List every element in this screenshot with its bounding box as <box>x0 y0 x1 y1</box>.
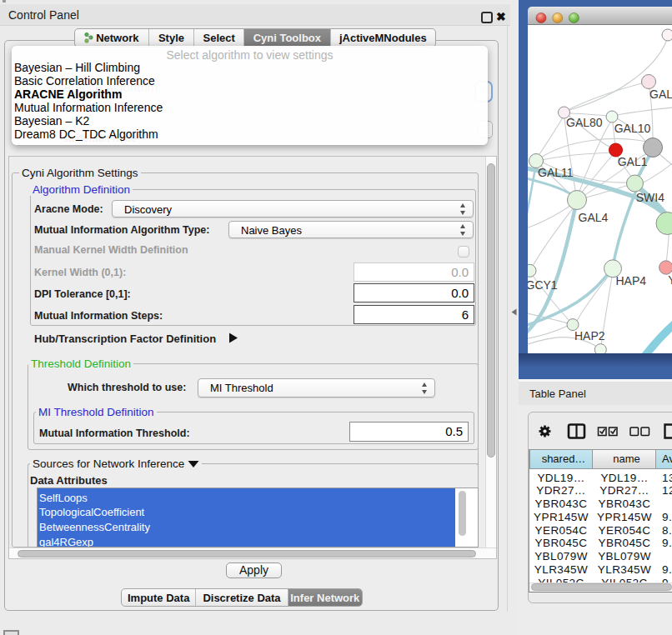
svg-text:GAL4: GAL4 <box>579 211 609 224</box>
svg-text:GAL1: GAL1 <box>618 155 648 168</box>
svg-text:GAL2: GAL2 <box>649 88 672 101</box>
svg-text:HAP4: HAP4 <box>616 274 647 288</box>
svg-text:GAL11: GAL11 <box>538 166 574 179</box>
svg-text:Y: Y <box>668 273 672 287</box>
svg-text:GCY1: GCY1 <box>528 278 558 292</box>
svg-text:GAL80: GAL80 <box>566 116 603 129</box>
svg-text:SWI4: SWI4 <box>636 191 664 204</box>
svg-text:GAL10: GAL10 <box>614 122 651 135</box>
svg-text:HAP2: HAP2 <box>574 329 605 342</box>
